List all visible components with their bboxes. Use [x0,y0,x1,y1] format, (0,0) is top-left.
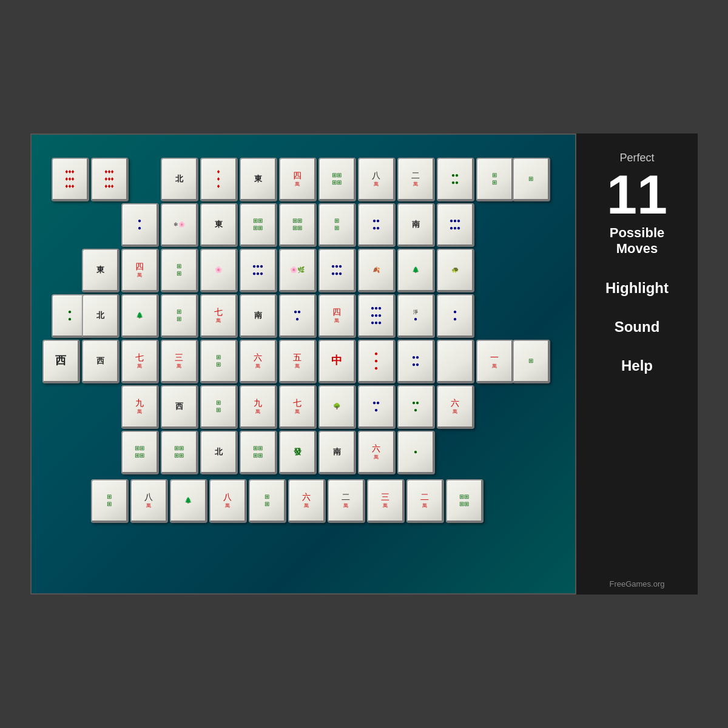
tile[interactable]: 二萬 [406,479,444,523]
tile[interactable]: 北 [200,431,238,474]
footer-label: FreeGames.org [609,579,664,588]
tile[interactable]: ⊞⊞ [200,340,238,383]
tile[interactable]: ●●●●●● [318,249,356,292]
tile[interactable]: 六萬 [240,340,277,383]
tile[interactable]: ⊞ [513,158,550,201]
mahjong-board: ♦♦♦♦♦♦♦♦♦ ♦♦♦♦♦♦♦♦♦ 北 ♦♦♦ 東 四萬 ⊞⊞⊞⊞ 八萬 [52,158,555,570]
tile[interactable]: ●●●●●● [240,249,277,292]
tile[interactable]: ⊞⊞ [476,158,514,201]
tile[interactable]: 北 [161,158,198,201]
sidebar: Perfect 11 Possible Moves Highlight Soun… [576,133,698,595]
sound-button[interactable]: Sound [615,318,660,335]
main-container: ♦♦♦♦♦♦♦♦♦ ♦♦♦♦♦♦♦♦♦ 北 ♦♦♦ 東 四萬 ⊞⊞⊞⊞ 八萬 [30,133,698,595]
tile[interactable]: 四萬 [318,294,356,338]
possible-moves-label: Possible Moves [610,225,664,257]
tile[interactable]: ⊞⊞⊞⊞ [161,431,198,474]
game-area: ♦♦♦♦♦♦♦♦♦ ♦♦♦♦♦♦♦♦♦ 北 ♦♦♦ 東 四萬 ⊞⊞⊞⊞ 八萬 [30,133,576,595]
tile[interactable]: ❄🌸 [161,203,198,247]
tile[interactable]: 發 [279,431,317,474]
tile[interactable]: ♦♦♦♦♦♦♦♦♦ [52,158,89,201]
tile[interactable]: ⊞⊞⊞⊞ [240,431,277,474]
tile[interactable]: ⊞⊞ [161,249,198,292]
tile[interactable]: 四萬 [279,158,317,201]
tile[interactable]: ●●● [358,385,396,429]
tile[interactable]: 八萬 [209,479,247,523]
tile[interactable]: ⊞⊞ [161,294,198,338]
tile[interactable]: 二萬 [328,479,365,523]
tile[interactable]: ♦♦♦ [200,158,238,201]
tile[interactable]: 二萬 [397,158,435,201]
tile[interactable]: 四萬 [121,249,159,292]
tile[interactable]: 東 [240,158,277,201]
tile[interactable] [437,340,474,383]
tile[interactable]: 東 [200,203,238,247]
tile[interactable]: ⊞⊞⊞⊞ [446,479,484,523]
tile[interactable]: 六萬 [437,385,474,429]
tile[interactable]: 六萬 [358,431,396,474]
tile[interactable]: ⊞⊞⊞⊞ [240,203,277,247]
tile[interactable]: 🌳 [318,385,356,429]
tile[interactable]: ●●●● [358,203,396,247]
tile[interactable]: ●●●● [437,158,474,201]
tile[interactable]: ●●●●●● [437,203,474,247]
tile[interactable]: 九萬 [240,385,277,429]
tile[interactable]: 南 [240,294,277,338]
tile[interactable]: ●●● [397,385,435,429]
tile[interactable]: 🌲 [170,479,207,523]
tile[interactable]: ⊞⊞ [318,203,356,247]
tile[interactable]: 九萬 [121,385,159,429]
tile[interactable]: 三萬 [161,340,198,383]
tile[interactable]: 五萬 [279,340,317,383]
tile[interactable]: 南 [397,203,435,247]
tile[interactable]: 🌲 [397,249,435,292]
tile[interactable]: 西 [161,385,198,429]
perfect-label: Perfect [619,152,654,164]
tile[interactable]: 🐢 [437,249,474,292]
tile[interactable]: 東 [82,249,120,292]
help-button[interactable]: Help [621,357,653,374]
tile[interactable]: 七萬 [200,294,238,338]
tile[interactable]: 七萬 [121,340,159,383]
tile[interactable]: 🌲 [121,294,159,338]
tile[interactable]: 六萬 [288,479,326,523]
tile[interactable]: ⊞ [513,340,550,383]
tile[interactable]: 🍂 [358,249,396,292]
tile[interactable]: ♦♦♦♦♦♦♦♦♦ [91,158,129,201]
tile[interactable]: 西 [42,340,80,383]
tile[interactable]: 🌸 [200,249,238,292]
tile[interactable]: 八萬 [358,158,396,201]
tile[interactable]: ⊞⊞⊞⊞ [318,158,356,201]
tile[interactable]: ⊞⊞⊞⊞ [121,431,159,474]
tile[interactable]: ⊞⊞ [200,385,238,429]
tile[interactable]: ●●●●●●●●● [358,294,396,338]
tile[interactable]: 南 [318,431,356,474]
tile[interactable]: 西 [82,340,120,383]
tile[interactable]: ●●● [358,340,396,383]
tile[interactable]: 淨● [397,294,435,338]
moves-number: 11 [607,167,667,222]
tile[interactable]: ● [397,431,435,474]
tile[interactable]: 中 [318,340,356,383]
tile[interactable]: ⊞⊞ [249,479,286,523]
tile[interactable]: ●●● [279,294,317,338]
tile[interactable]: ●● [437,294,474,338]
tile[interactable]: 一萬 [476,340,514,383]
tile[interactable]: 北 [82,294,120,338]
tile[interactable]: ●● [121,203,159,247]
tile[interactable]: ⊞⊞⊞⊞ [279,203,317,247]
tile[interactable]: ●●●● [397,340,435,383]
tile[interactable]: 🌸🌿 [279,249,317,292]
highlight-button[interactable]: Highlight [605,280,669,297]
tile[interactable]: 七萬 [279,385,317,429]
tile[interactable]: 八萬 [130,479,168,523]
tile[interactable]: 三萬 [367,479,405,523]
tile[interactable]: ⊞⊞ [91,479,129,523]
